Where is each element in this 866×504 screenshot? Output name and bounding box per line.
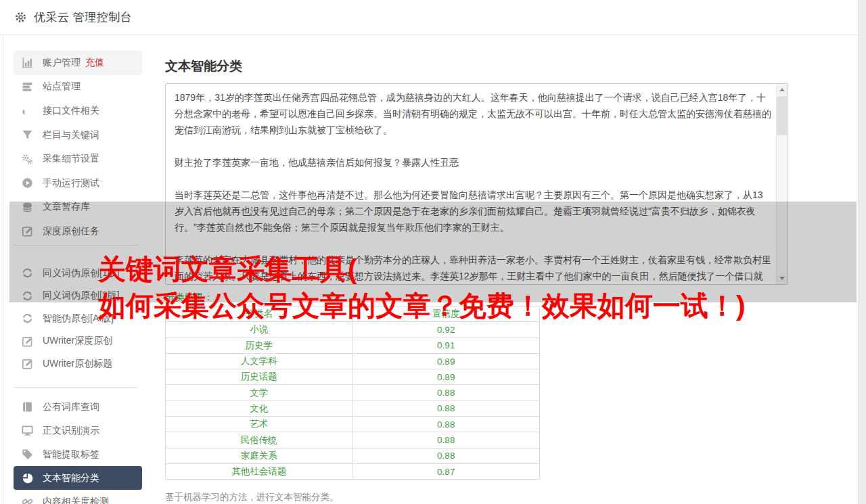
sidebar-item[interactable]: 公有词库查询: [14, 395, 142, 419]
sidebar-item-label: UWriter原创标题: [43, 358, 112, 370]
result-table-head: 分类名置信度: [166, 306, 540, 322]
content-left-border: [3, 35, 3, 504]
table-row: 历史学0.91: [166, 338, 540, 353]
table-row: 人文学科0.89: [166, 353, 540, 369]
table-cell: 历史学: [166, 338, 353, 353]
result-table: 分类名置信度 小说0.92历史学0.91人文学科0.89历史话题0.89文学0.…: [165, 306, 540, 480]
sidebar-item-label: 文章暂存库: [43, 201, 90, 213]
table-cell: 家庭关系: [166, 448, 353, 463]
table-cell: 小说: [166, 322, 353, 338]
table-row: 历史话题0.89: [166, 369, 540, 385]
gear-icon: [15, 12, 26, 23]
table-row: 文化0.88: [166, 400, 540, 416]
sidebar-item[interactable]: 智能伪原创[AI版]: [14, 307, 142, 330]
scroll-thumb[interactable]: [777, 96, 787, 135]
database-icon: [22, 202, 33, 213]
sidebar-item-label: 栏目与关键词: [43, 129, 99, 141]
recharge-badge[interactable]: 充值: [85, 57, 104, 69]
textarea-scrollbar[interactable]: [776, 84, 788, 284]
sidebar-item[interactable]: 账户管理充值: [14, 51, 142, 75]
article-input[interactable]: 1879年，31岁的李莲英出任储秀宫四品花翎总管，成为慈禧身边的大红人。这年春天…: [165, 83, 788, 285]
refresh-icon: [22, 267, 33, 279]
article-paragraph: 财主抢了李莲英家一亩地，他成慈禧亲信后如何报复？暴露人性丑恶: [175, 154, 771, 170]
sidebar-item[interactable]: 同义词伪原创[2版]: [14, 284, 142, 307]
table-cell: 艺术: [166, 417, 353, 432]
result-table-body: 小说0.92历史学0.91人文学科0.89历史话题0.89文学0.88文化0.8…: [166, 322, 540, 480]
page-scrollbar[interactable]: [858, 0, 866, 504]
sidebar-item-label: 智能伪原创[AI版]: [43, 313, 114, 325]
sidebar-item-label: 公有词库查询: [43, 401, 99, 413]
scroll-down-icon[interactable]: [777, 273, 788, 284]
table-row: 艺术0.88: [166, 417, 540, 432]
table-cell: 0.88: [352, 385, 540, 400]
table-cell: 0.88: [352, 432, 540, 448]
edit-icon: [22, 225, 33, 237]
table-row: 其他社会话题0.87: [166, 463, 540, 479]
table-row: 文学0.88: [166, 385, 540, 400]
bar-chart-icon: [22, 57, 33, 68]
sidebar-item-label: 采集细节设置: [43, 153, 99, 165]
sidebar-item-label: 内容相关度检测: [43, 496, 109, 504]
sidebar-item-label: 智能提取标签: [43, 449, 99, 461]
table-cell: 0.88: [352, 417, 540, 432]
table-cell: 人文学科: [166, 353, 353, 369]
table-header-cell: 分类名: [166, 306, 353, 322]
sidebar-item-label: UWriter深度原创: [43, 335, 112, 347]
table-cell: 0.88: [352, 400, 540, 416]
table-header-cell: 置信度: [352, 306, 540, 322]
sidebar-item[interactable]: 深度原创任务: [14, 219, 142, 244]
sidebar-item[interactable]: 内容相关度检测: [14, 490, 142, 504]
scroll-up-icon[interactable]: [777, 84, 788, 95]
sidebar-item[interactable]: 站点管理: [14, 75, 142, 99]
play-circle-icon: [22, 177, 33, 189]
table-cell: 0.89: [352, 353, 540, 369]
sidebar-item[interactable]: 同义词伪原创[1版]: [14, 262, 142, 285]
book-icon: [22, 401, 33, 413]
tag-icon: [22, 449, 33, 460]
sidebar-item[interactable]: 文本智能分类: [14, 466, 142, 490]
sidebar-item[interactable]: 接口文件相关: [14, 99, 142, 123]
table-cell: 0.87: [352, 463, 540, 479]
sidebar-item[interactable]: 文章暂存库: [14, 196, 142, 220]
sidebar-item[interactable]: 智能提取标签: [14, 442, 142, 466]
result-label: 分类结果：: [166, 292, 213, 304]
table-cell: 0.92: [352, 322, 540, 338]
sidebar-item[interactable]: 采集细节设置: [14, 147, 142, 171]
refresh-icon: [22, 313, 33, 324]
section-divider: [14, 387, 138, 388]
sidebar-item-label: 正文识别演示: [43, 425, 99, 437]
sidebar-item-label: 接口文件相关: [43, 105, 99, 117]
sidebar-item-label: 同义词伪原创[2版]: [43, 290, 120, 302]
footer-note: 基于机器学习的方法，进行文本智能分类。: [165, 491, 339, 503]
sidebar-item-label: 同义词伪原创[1版]: [43, 267, 120, 279]
refresh-icon: [22, 290, 33, 302]
table-cell: 0.88: [352, 448, 540, 463]
filter-icon: [22, 129, 33, 141]
table-cell: 其他社会话题: [166, 463, 353, 479]
table-row: 家庭关系0.88: [166, 448, 540, 463]
sidebar-item-label: 手动运行测试: [43, 177, 99, 189]
server-icon: [22, 81, 33, 93]
app-header: 优采云 管理控制台: [0, 0, 866, 35]
sidebar-item-label: 深度原创任务: [43, 225, 99, 237]
article-paragraph: 1879年，31岁的李莲英出任储秀宫四品花翎总管，成为慈禧身边的大红人。这年春天…: [175, 89, 771, 138]
sidebar: 账户管理充值站点管理接口文件相关栏目与关键词采集细节设置手动运行测试文章暂存库深…: [9, 35, 142, 504]
cloud-upload-icon: [22, 105, 33, 116]
sidebar-item[interactable]: 栏目与关键词: [14, 123, 142, 147]
sidebar-item[interactable]: 手动运行测试: [14, 171, 142, 196]
table-cell: 0.91: [352, 338, 540, 353]
sidebar-item[interactable]: 正文识别演示: [14, 419, 142, 442]
link-icon: [22, 496, 33, 504]
sidebar-item-label: 站点管理: [43, 81, 81, 93]
sidebar-item-label: 文本智能分类: [43, 472, 99, 484]
table-cell: 文化: [166, 400, 353, 416]
table-cell: 0.89: [352, 369, 540, 385]
sidebar-item[interactable]: UWriter深度原创: [14, 329, 142, 352]
edit-icon: [22, 336, 33, 347]
monitor-icon: [22, 425, 33, 436]
app-title: 优采云 管理控制台: [34, 9, 132, 25]
edit-icon: [22, 358, 33, 369]
pie-chart-icon: [22, 472, 33, 484]
sidebar-item[interactable]: UWriter原创标题: [14, 352, 142, 375]
table-cell: 文学: [166, 385, 353, 400]
